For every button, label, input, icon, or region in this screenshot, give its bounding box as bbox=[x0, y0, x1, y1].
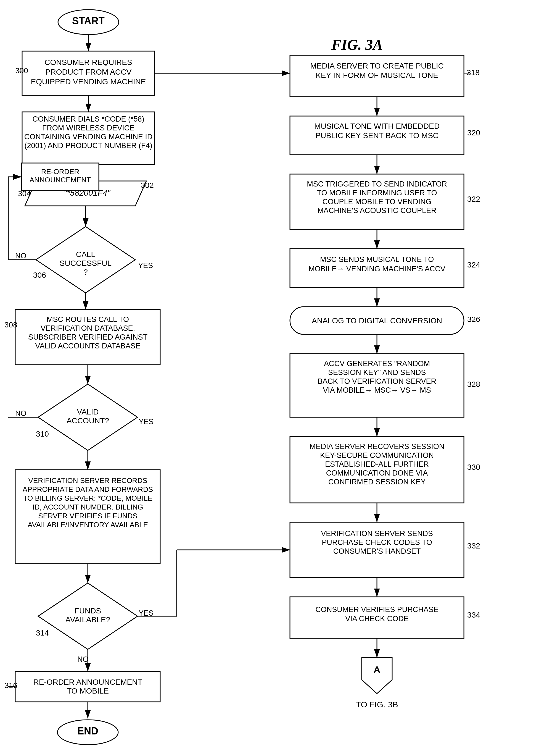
svg-text:308: 308 bbox=[4, 320, 17, 329]
svg-text:AVAILABLE?: AVAILABLE? bbox=[65, 615, 110, 624]
svg-text:COUPLE MOBILE TO VENDING: COUPLE MOBILE TO VENDING bbox=[322, 198, 431, 206]
svg-text:MSC SENDS MUSICAL TONE TO: MSC SENDS MUSICAL TONE TO bbox=[320, 255, 434, 264]
svg-text:VIA MOBILE→ MSC→ VS→ MS: VIA MOBILE→ MSC→ VS→ MS bbox=[323, 386, 431, 394]
svg-marker-129 bbox=[362, 658, 392, 694]
svg-text:SERVER VERIFIES IF FUNDS: SERVER VERIFIES IF FUNDS bbox=[38, 512, 137, 520]
svg-text:FIG. 3A: FIG. 3A bbox=[331, 36, 383, 53]
svg-text:RE-ORDER ANNOUNCEMENT: RE-ORDER ANNOUNCEMENT bbox=[33, 678, 142, 686]
svg-text:328: 328 bbox=[467, 380, 480, 388]
svg-text:YES: YES bbox=[138, 261, 153, 270]
svg-text:SESSION KEY" AND SENDS: SESSION KEY" AND SENDS bbox=[328, 368, 426, 377]
svg-text:CONTAINING VENDING MACHINE ID: CONTAINING VENDING MACHINE ID bbox=[24, 133, 153, 141]
flowchart-svg: START CONSUMER REQUIRES PRODUCT FROM ACC… bbox=[0, 0, 536, 756]
svg-text:300: 300 bbox=[15, 66, 28, 75]
svg-text:TO FIG. 3B: TO FIG. 3B bbox=[356, 700, 398, 709]
svg-text:FUNDS: FUNDS bbox=[75, 606, 101, 615]
svg-text:TO MOBILE INFORMING USER TO: TO MOBILE INFORMING USER TO bbox=[317, 189, 437, 197]
svg-text:MACHINE'S ACOUSTIC COUPLER: MACHINE'S ACOUSTIC COUPLER bbox=[317, 206, 436, 215]
svg-text:MUSICAL TONE WITH EMBEDDED: MUSICAL TONE WITH EMBEDDED bbox=[314, 122, 440, 130]
svg-text:TO MOBILE: TO MOBILE bbox=[67, 687, 109, 695]
svg-text:MEDIA SERVER RECOVERS SESSION: MEDIA SERVER RECOVERS SESSION bbox=[310, 442, 445, 451]
svg-text:MOBILE→ VENDING MACHINE'S ACCV: MOBILE→ VENDING MACHINE'S ACCV bbox=[309, 265, 446, 273]
svg-text:COMMUNICATION DONE VIA: COMMUNICATION DONE VIA bbox=[326, 469, 428, 477]
svg-text:(2001) AND PRODUCT NUMBER (F4): (2001) AND PRODUCT NUMBER (F4) bbox=[24, 141, 152, 150]
svg-text:CONSUMER'S HANDSET: CONSUMER'S HANDSET bbox=[333, 547, 420, 556]
svg-text:CONSUMER DIALS *CODE (*58): CONSUMER DIALS *CODE (*58) bbox=[32, 115, 144, 123]
svg-text:FROM WIRELESS DEVICE: FROM WIRELESS DEVICE bbox=[42, 124, 135, 132]
svg-text:CALL: CALL bbox=[76, 250, 95, 259]
svg-text:AVAILABLE/INVENTORY AVAILABLE: AVAILABLE/INVENTORY AVAILABLE bbox=[28, 521, 148, 529]
svg-text:KEY-SECURE COMMUNICATION: KEY-SECURE COMMUNICATION bbox=[320, 451, 434, 459]
svg-text:PRODUCT FROM ACCV: PRODUCT FROM ACCV bbox=[45, 68, 131, 76]
svg-text:A: A bbox=[374, 664, 381, 675]
svg-text:VIA CHECK CODE: VIA CHECK CODE bbox=[345, 615, 409, 623]
svg-text:?: ? bbox=[84, 268, 88, 276]
svg-text:SUCCESSFUL: SUCCESSFUL bbox=[60, 259, 112, 268]
svg-text:START: START bbox=[72, 15, 104, 26]
svg-text:PURCHASE CHECK CODES TO: PURCHASE CHECK CODES TO bbox=[322, 538, 432, 547]
svg-text:NO: NO bbox=[15, 252, 26, 260]
svg-text:TO BILLING SERVER: *CODE, MOBI: TO BILLING SERVER: *CODE, MOBILE bbox=[23, 494, 153, 502]
svg-text:RE-ORDER: RE-ORDER bbox=[41, 167, 80, 176]
svg-text:VALID ACCOUNTS DATABASE: VALID ACCOUNTS DATABASE bbox=[35, 342, 140, 350]
svg-text:326: 326 bbox=[467, 315, 480, 324]
svg-text:CONFIRMED SESSION KEY: CONFIRMED SESSION KEY bbox=[328, 478, 426, 486]
svg-text:334: 334 bbox=[467, 611, 480, 619]
svg-text:MEDIA SERVER TO CREATE PUBLIC: MEDIA SERVER TO CREATE PUBLIC bbox=[310, 62, 444, 70]
svg-text:VERIFICATION SERVER RECORDS: VERIFICATION SERVER RECORDS bbox=[28, 476, 148, 485]
diagram-container: START CONSUMER REQUIRES PRODUCT FROM ACC… bbox=[0, 0, 536, 756]
svg-text:324: 324 bbox=[467, 261, 480, 269]
svg-text:ACCOUNT?: ACCOUNT? bbox=[67, 416, 109, 425]
svg-text:332: 332 bbox=[467, 542, 480, 550]
svg-text:VALID: VALID bbox=[77, 408, 99, 416]
svg-text:318: 318 bbox=[467, 68, 480, 77]
svg-text:PUBLIC KEY SENT BACK TO MSC: PUBLIC KEY SENT BACK TO MSC bbox=[315, 131, 439, 140]
svg-text:ANALOG TO DIGITAL CONVERSION: ANALOG TO DIGITAL CONVERSION bbox=[312, 316, 442, 325]
svg-text:322: 322 bbox=[467, 195, 480, 203]
svg-text:NO: NO bbox=[77, 655, 89, 664]
svg-text:NO: NO bbox=[15, 409, 26, 417]
svg-text:302: 302 bbox=[141, 181, 154, 190]
svg-text:KEY IN FORM OF MUSICAL TONE: KEY IN FORM OF MUSICAL TONE bbox=[316, 71, 438, 80]
svg-text:ID, ACCOUNT NUMBER. BILLING: ID, ACCOUNT NUMBER. BILLING bbox=[32, 503, 143, 511]
svg-text:VERIFICATION SERVER SENDS: VERIFICATION SERVER SENDS bbox=[321, 529, 433, 538]
svg-text:END: END bbox=[77, 725, 98, 737]
svg-text:APPROPRIATE DATA AND FORWARDS: APPROPRIATE DATA AND FORWARDS bbox=[23, 485, 153, 493]
svg-text:330: 330 bbox=[467, 463, 480, 471]
svg-text:VERIFICATION DATABASE.: VERIFICATION DATABASE. bbox=[41, 324, 135, 332]
svg-text:CONSUMER REQUIRES: CONSUMER REQUIRES bbox=[45, 58, 132, 67]
svg-text:306: 306 bbox=[33, 271, 46, 279]
svg-text:MSC ROUTES CALL TO: MSC ROUTES CALL TO bbox=[47, 315, 129, 324]
svg-text:ESTABLISHED-ALL FURTHER: ESTABLISHED-ALL FURTHER bbox=[325, 460, 429, 468]
svg-text:CONSUMER VERIFIES PURCHASE: CONSUMER VERIFIES PURCHASE bbox=[315, 605, 439, 614]
svg-text:310: 310 bbox=[36, 430, 49, 438]
svg-text:BACK TO VERIFICATION SERVER: BACK TO VERIFICATION SERVER bbox=[318, 377, 436, 385]
svg-text:SUBSCRIBER VERIFIED AGAINST: SUBSCRIBER VERIFIED AGAINST bbox=[28, 333, 148, 341]
svg-text:ANNOUNCEMENT: ANNOUNCEMENT bbox=[30, 176, 91, 184]
svg-text:320: 320 bbox=[467, 128, 480, 137]
svg-text:YES: YES bbox=[139, 417, 153, 426]
svg-text:314: 314 bbox=[36, 629, 49, 637]
svg-text:ACCV GENERATES "RANDOM: ACCV GENERATES "RANDOM bbox=[324, 359, 430, 368]
svg-text:MSC TRIGGERED TO SEND INDICATO: MSC TRIGGERED TO SEND INDICATOR bbox=[307, 180, 447, 188]
svg-text:316: 316 bbox=[4, 681, 17, 690]
svg-text:EQUIPPED VENDING MACHINE: EQUIPPED VENDING MACHINE bbox=[31, 77, 146, 86]
